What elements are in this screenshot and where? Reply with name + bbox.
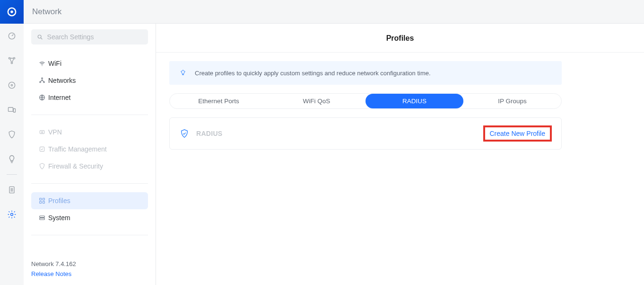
svg-rect-18 xyxy=(40,131,44,134)
svg-point-3 xyxy=(9,57,10,59)
page-header: Network xyxy=(24,0,644,24)
svg-point-7 xyxy=(11,84,12,86)
svg-rect-22 xyxy=(40,201,42,203)
wifi-icon xyxy=(36,60,48,67)
iconbar-devices-icon[interactable] xyxy=(0,98,24,122)
release-notes-link[interactable]: Release Notes xyxy=(31,270,148,277)
profiles-icon xyxy=(36,197,48,205)
internet-icon xyxy=(36,94,48,101)
header-title: Network xyxy=(32,7,61,17)
tab-radius[interactable]: RADIUS xyxy=(366,94,463,108)
iconbar-shield-icon[interactable] xyxy=(0,122,24,147)
nav-divider-2 xyxy=(31,183,148,184)
nav-internet-label: Internet xyxy=(48,94,70,101)
iconbar-topology-icon[interactable] xyxy=(0,48,24,73)
svg-point-4 xyxy=(13,57,15,59)
svg-point-12 xyxy=(38,35,41,38)
svg-point-13 xyxy=(42,65,42,66)
nav-networks-label: Networks xyxy=(48,77,76,84)
search-input[interactable] xyxy=(47,33,142,41)
svg-rect-25 xyxy=(40,218,45,220)
version-text: Network 7.4.162 xyxy=(31,260,148,267)
iconbar-separator xyxy=(7,174,17,175)
tab-ip-groups[interactable]: IP Groups xyxy=(463,94,561,108)
tab-ethernet-ports[interactable]: Ethernet Ports xyxy=(170,94,268,108)
nav-networks[interactable]: Networks xyxy=(31,72,148,89)
iconbar-gauge-icon[interactable] xyxy=(0,24,24,48)
system-icon xyxy=(36,214,48,222)
nav-profiles-label: Profiles xyxy=(48,197,70,205)
create-new-profile-button[interactable]: Create New Profile xyxy=(490,130,546,137)
content-title: Profiles xyxy=(156,24,644,52)
panel-left: RADIUS xyxy=(179,128,222,139)
svg-rect-9 xyxy=(13,109,15,113)
traffic-icon xyxy=(36,145,48,153)
hint-banner: Create profiles to quickly apply custom … xyxy=(169,61,562,85)
firewall-icon xyxy=(36,162,48,170)
nav-traffic-label: Traffic Management xyxy=(48,145,107,153)
settings-sidebar: WiFi Networks Internet VPN xyxy=(24,24,156,285)
radius-panel: RADIUS Create New Profile xyxy=(169,117,562,150)
nav-group-2: VPN Traffic Management Firewall & Securi… xyxy=(31,120,148,178)
nav-internet[interactable]: Internet xyxy=(31,89,148,106)
hint-text: Create profiles to quickly apply custom … xyxy=(195,70,431,77)
shield-check-icon xyxy=(179,128,190,139)
main-area: Network WiFi Networks Internet xyxy=(24,0,644,285)
nav-wifi-label: WiFi xyxy=(48,60,61,67)
nav-firewall-label: Firewall & Security xyxy=(48,162,103,170)
iconbar-settings-icon[interactable] xyxy=(0,202,24,227)
tab-wifi-qos[interactable]: WiFi QoS xyxy=(268,94,366,108)
content-pane: Profiles Create profiles to quickly appl… xyxy=(156,24,644,285)
nav-divider-1 xyxy=(31,115,148,115)
nav-group-1: WiFi Networks Internet xyxy=(31,51,148,110)
app-logo[interactable] xyxy=(0,0,24,24)
content-inner: Create profiles to quickly apply custom … xyxy=(156,52,644,150)
nav-wifi[interactable]: WiFi xyxy=(31,55,148,72)
networks-icon xyxy=(36,77,48,84)
search-icon xyxy=(37,34,44,41)
panel-title: RADIUS xyxy=(196,130,222,137)
profile-tabs: Ethernet Ports WiFi QoS RADIUS IP Groups xyxy=(169,93,562,109)
iconbar-bulb-icon[interactable] xyxy=(0,147,24,171)
iconbar-clipboard-icon[interactable] xyxy=(0,178,24,202)
svg-rect-21 xyxy=(43,198,44,200)
nav-traffic[interactable]: Traffic Management xyxy=(31,141,148,158)
nav-system-label: System xyxy=(48,214,70,222)
svg-point-5 xyxy=(11,62,12,63)
nav-system[interactable]: System xyxy=(31,209,148,226)
svg-rect-20 xyxy=(40,198,42,200)
svg-point-11 xyxy=(11,214,13,216)
bulb-icon xyxy=(178,68,188,78)
vpn-icon xyxy=(36,128,48,136)
nav-firewall[interactable]: Firewall & Security xyxy=(31,158,148,175)
nav-vpn[interactable]: VPN xyxy=(31,124,148,141)
nav-divider-3 xyxy=(31,235,148,235)
sidebar-footer: Network 7.4.162 Release Notes xyxy=(31,255,148,277)
svg-rect-24 xyxy=(40,216,45,217)
svg-point-1 xyxy=(10,10,13,13)
page-body: WiFi Networks Internet VPN xyxy=(24,24,644,285)
create-highlight-box: Create New Profile xyxy=(483,125,552,142)
svg-rect-23 xyxy=(43,201,44,203)
svg-point-14 xyxy=(42,78,43,79)
nav-profiles[interactable]: Profiles xyxy=(31,192,148,209)
iconbar-disc-icon[interactable] xyxy=(0,73,24,98)
svg-point-6 xyxy=(9,82,15,88)
app-iconbar xyxy=(0,0,24,285)
nav-vpn-label: VPN xyxy=(48,128,62,136)
nav-group-3: Profiles System xyxy=(31,188,148,230)
search-container[interactable] xyxy=(31,29,148,45)
svg-rect-8 xyxy=(9,107,13,111)
